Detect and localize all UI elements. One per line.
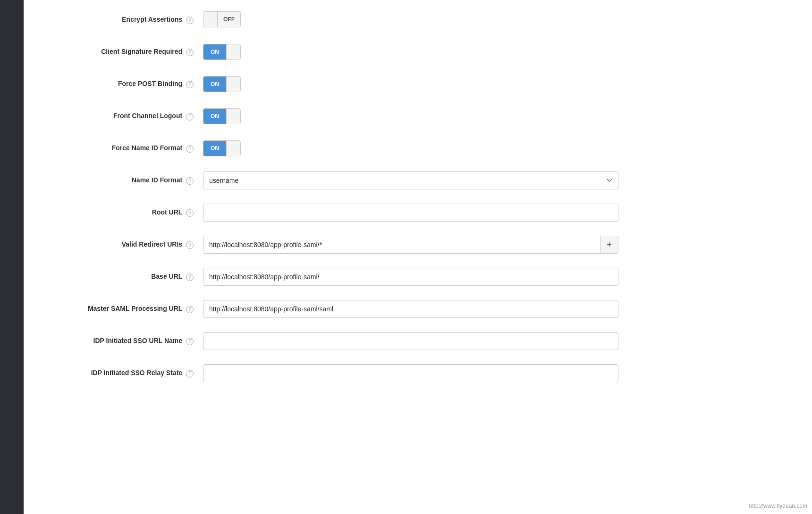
root-url-help-icon[interactable]: ? [186, 209, 194, 217]
base-url-input[interactable] [203, 268, 618, 286]
encrypt-assertions-row: Encrypt Assertions ? OFF [42, 9, 793, 30]
client-signature-required-row: Client Signature Required ? ON [42, 42, 793, 62]
encrypt-assertions-toggle[interactable]: OFF [203, 11, 241, 27]
root-url-input[interactable] [203, 204, 618, 222]
force-name-id-format-toggle[interactable]: ON [203, 140, 241, 156]
idp-initiated-sso-relay-state-control [203, 364, 793, 382]
root-url-control [203, 204, 793, 222]
toggle-on-label: ON [203, 141, 226, 156]
idp-initiated-sso-relay-state-text: IDP Initiated SSO Relay State [91, 369, 182, 377]
master-saml-processing-url-help-icon[interactable]: ? [186, 306, 194, 313]
toggle-off-side [226, 77, 240, 92]
toggle-off-side [226, 44, 240, 60]
valid-redirect-uris-add-button[interactable]: + [601, 236, 618, 254]
master-saml-processing-url-input[interactable] [203, 300, 618, 318]
client-signature-required-toggle[interactable]: ON [203, 44, 241, 60]
front-channel-logout-text: Front Channel Logout [113, 112, 182, 120]
front-channel-logout-toggle[interactable]: ON [203, 108, 241, 124]
force-post-binding-toggle[interactable]: ON [203, 76, 241, 92]
toggle-off-side [226, 109, 240, 124]
idp-initiated-sso-url-name-label: IDP Initiated SSO URL Name ? [42, 336, 203, 346]
idp-initiated-sso-relay-state-label: IDP Initiated SSO Relay State ? [42, 368, 203, 378]
toggle-on-side [203, 12, 218, 27]
force-name-id-format-help-icon[interactable]: ? [186, 145, 194, 153]
valid-redirect-uris-help-icon[interactable]: ? [186, 241, 194, 249]
force-post-binding-row: Force POST Binding ? ON [42, 74, 793, 94]
encrypt-assertions-help-icon[interactable]: ? [186, 17, 194, 24]
toggle-on-label: ON [203, 77, 226, 92]
name-id-format-text: Name ID Format [132, 176, 182, 184]
valid-redirect-uris-row: Valid Redirect URIs ? + [42, 234, 793, 255]
toggle-off-side [226, 141, 240, 156]
encrypt-assertions-label: Encrypt Assertions ? [42, 15, 203, 25]
idp-initiated-sso-url-name-help-icon[interactable]: ? [186, 338, 194, 345]
watermark: http://www.flydean.com [749, 503, 807, 509]
root-url-text: Root URL [152, 208, 182, 216]
name-id-format-select[interactable]: username email transient persistent [203, 171, 618, 189]
idp-initiated-sso-relay-state-row: IDP Initiated SSO Relay State ? [42, 363, 793, 384]
encrypt-assertions-text: Encrypt Assertions [122, 16, 182, 23]
force-post-binding-help-icon[interactable]: ? [186, 81, 194, 88]
idp-initiated-sso-url-name-input[interactable] [203, 332, 618, 350]
name-id-format-row: Name ID Format ? username email transien… [42, 170, 793, 191]
master-saml-processing-url-row: Master SAML Processing URL ? [42, 299, 793, 319]
sidebar [0, 0, 24, 514]
idp-initiated-sso-url-name-control [203, 332, 793, 350]
idp-initiated-sso-url-name-row: IDP Initiated SSO URL Name ? [42, 331, 793, 351]
name-id-format-help-icon[interactable]: ? [186, 177, 194, 185]
root-url-row: Root URL ? [42, 202, 793, 223]
name-id-format-control: username email transient persistent [203, 171, 793, 189]
base-url-row: Base URL ? [42, 266, 793, 287]
idp-initiated-sso-relay-state-help-icon[interactable]: ? [186, 370, 194, 377]
front-channel-logout-label: Front Channel Logout ? [42, 111, 203, 121]
valid-redirect-uris-input[interactable] [203, 236, 601, 254]
client-signature-required-label: Client Signature Required ? [42, 47, 203, 57]
force-name-id-format-row: Force Name ID Format ? ON [42, 138, 793, 159]
client-signature-required-text: Client Signature Required [101, 48, 182, 55]
valid-redirect-uris-text: Valid Redirect URIs [122, 240, 182, 248]
master-saml-processing-url-text: Master SAML Processing URL [88, 305, 182, 312]
root-url-label: Root URL ? [42, 208, 203, 217]
force-post-binding-label: Force POST Binding ? [42, 79, 203, 89]
toggle-on-label: ON [203, 109, 226, 124]
client-signature-required-help-icon[interactable]: ? [186, 49, 194, 56]
valid-redirect-uris-input-group: + [203, 236, 618, 254]
force-post-binding-control: ON [203, 76, 793, 92]
front-channel-logout-control: ON [203, 108, 793, 124]
base-url-text: Base URL [151, 273, 182, 280]
front-channel-logout-row: Front Channel Logout ? ON [42, 106, 793, 127]
valid-redirect-uris-control: + [203, 236, 793, 254]
idp-initiated-sso-relay-state-input[interactable] [203, 364, 618, 382]
front-channel-logout-help-icon[interactable]: ? [186, 113, 194, 120]
base-url-control [203, 268, 793, 286]
idp-initiated-sso-url-name-text: IDP Initiated SSO URL Name [93, 337, 183, 344]
client-signature-required-control: ON [203, 44, 793, 60]
main-content: Encrypt Assertions ? OFF Client Signatur… [24, 0, 812, 514]
force-name-id-format-control: ON [203, 140, 793, 156]
encrypt-assertions-control: OFF [203, 11, 793, 29]
force-name-id-format-text: Force Name ID Format [112, 144, 182, 152]
base-url-label: Base URL ? [42, 272, 203, 282]
toggle-on-label: ON [203, 44, 226, 60]
valid-redirect-uris-label: Valid Redirect URIs ? [42, 240, 203, 249]
force-name-id-format-label: Force Name ID Format ? [42, 144, 203, 153]
master-saml-processing-url-control [203, 300, 793, 318]
force-post-binding-text: Force POST Binding [118, 80, 182, 87]
name-id-format-label: Name ID Format ? [42, 176, 203, 185]
toggle-off-label: OFF [218, 12, 240, 27]
base-url-help-icon[interactable]: ? [186, 274, 194, 281]
master-saml-processing-url-label: Master SAML Processing URL ? [42, 304, 203, 314]
